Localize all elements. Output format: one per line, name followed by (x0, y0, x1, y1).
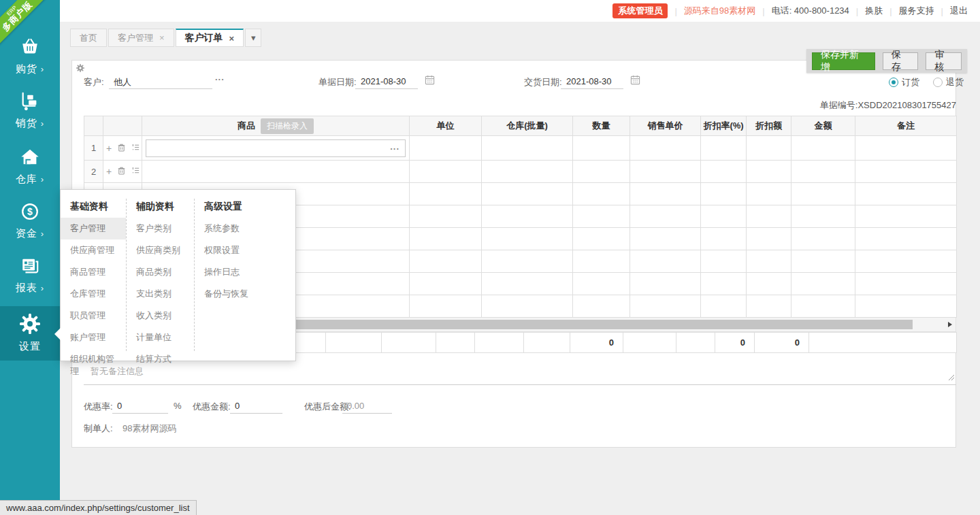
order-number: 单据编号:XSDD202108301755427 (749, 99, 956, 112)
order-date-field[interactable]: 2021-08-30 (361, 76, 406, 86)
delivery-date-field[interactable]: 2021-08-30 (566, 76, 612, 86)
skin-link[interactable]: 换肤 (865, 5, 883, 17)
cart-icon (0, 91, 60, 112)
sidebar-item-label: 报表 (16, 282, 37, 293)
header-separator: | (674, 6, 676, 16)
col-unit-price: 销售单价 (630, 116, 701, 136)
add-row-icon[interactable]: + (106, 166, 112, 177)
menu-item[interactable]: 客户类别 (127, 218, 194, 239)
menu-column-title: 高级设置 (195, 199, 295, 218)
discount-amount-field[interactable]: 0 (235, 401, 240, 411)
product-cell[interactable]: ... (142, 136, 410, 161)
product-picker-ellipsis[interactable]: ... (390, 142, 399, 152)
delivery-date-underline (561, 88, 623, 89)
customer-label: 客户: (84, 76, 104, 88)
source-link[interactable]: 源码来自98素材网 (684, 5, 755, 17)
sidebar-item-sales[interactable]: 销货› (0, 91, 60, 130)
status-bar: www.aaa.com/index.php/settings/customer_… (0, 500, 197, 515)
save-and-new-button[interactable]: 保存并新增 (812, 52, 875, 70)
action-toolbar: 保存并新增 保存 审核 (806, 49, 967, 73)
batch-add-icon[interactable] (131, 143, 140, 154)
menu-item[interactable]: 支出类别 (127, 283, 194, 305)
total-discount-amount: 0 (715, 333, 755, 353)
menu-item[interactable]: 系统参数 (195, 218, 295, 239)
warehouse-icon (0, 147, 60, 167)
remarks-textarea[interactable]: 暂无备注信息 (84, 361, 956, 385)
product-cell[interactable] (142, 161, 410, 183)
batch-add-icon[interactable] (131, 166, 140, 177)
order-date-underline (355, 88, 418, 89)
radio-unselected-icon (933, 78, 943, 87)
close-icon[interactable]: × (229, 33, 235, 44)
sidebar-item-settings[interactable]: 设置 (0, 306, 60, 361)
tab-list-dropdown[interactable]: ▾ (245, 29, 261, 47)
col-discount-rate: 折扣率(%) (701, 116, 747, 136)
panel-settings-gear-icon[interactable] (76, 64, 84, 74)
order-date-label: 单据日期: (318, 76, 357, 88)
col-amount: 金额 (791, 116, 855, 136)
save-button[interactable]: 保存 (883, 52, 919, 70)
add-row-icon[interactable]: + (106, 143, 112, 154)
menu-item[interactable]: 备份与恢复 (195, 283, 295, 305)
menu-column: 辅助资料客户类别供应商类别商品类别支出类别收入类别计量单位结算方式 (127, 199, 195, 351)
sidebar: 购货› 销货› 仓库› $ 资金› 报表› (0, 0, 60, 515)
logout-link[interactable]: 退出 (950, 5, 968, 17)
sidebar-item-purchase[interactable]: 购货› (0, 37, 60, 76)
sidebar-item-funds[interactable]: $ 资金› (0, 201, 60, 240)
tab-customer-mgmt[interactable]: 客户管理 × (108, 29, 174, 47)
close-icon[interactable]: × (159, 33, 165, 43)
menu-item[interactable]: 组织机构管理 (61, 348, 126, 382)
tab-home[interactable]: 首页 (70, 29, 107, 47)
scan-gun-button[interactable]: 扫描枪录入 (261, 118, 314, 134)
menu-item[interactable]: 账户管理 (61, 327, 126, 348)
menu-item[interactable]: 收入类别 (127, 305, 194, 327)
menu-item[interactable]: 权限设置 (195, 239, 295, 261)
menu-item[interactable]: 仓库管理 (61, 283, 126, 305)
sidebar-item-reports[interactable]: 报表› (0, 256, 60, 295)
menu-item[interactable]: 操作日志 (195, 261, 295, 283)
radio-return-label: 退货 (946, 76, 964, 88)
menu-item[interactable]: 供应商类别 (127, 239, 194, 261)
chevron-right-icon: › (41, 283, 44, 293)
menu-item[interactable]: 客户管理 (61, 218, 126, 239)
table-row: 2+ (84, 161, 957, 183)
col-qty: 数量 (573, 116, 630, 136)
menu-item[interactable]: 计量单位 (127, 327, 194, 348)
maker-value: 98素材网源码 (122, 422, 176, 435)
discount-rate-field[interactable]: 0 (117, 401, 122, 411)
radio-selected-icon (889, 78, 898, 87)
scroll-right-icon[interactable] (948, 322, 952, 327)
menu-item[interactable]: 商品管理 (61, 261, 126, 283)
chevron-right-icon: › (41, 174, 44, 184)
delivery-date-label: 交货日期: (524, 76, 562, 88)
row-actions: + (103, 161, 142, 183)
sidebar-item-label: 仓库 (16, 173, 37, 184)
report-icon (0, 256, 60, 276)
col-unit: 单位 (410, 116, 482, 136)
radio-order[interactable]: 订货 (889, 76, 919, 88)
customer-picker-ellipsis[interactable]: ... (215, 72, 225, 82)
calendar-icon[interactable] (630, 75, 640, 87)
menu-item[interactable]: 供应商管理 (61, 239, 126, 261)
menu-item[interactable]: 结算方式 (127, 348, 194, 370)
support-link[interactable]: 服务支持 (899, 5, 934, 17)
menu-column-title: 辅助资料 (127, 199, 194, 218)
chevron-right-icon: › (41, 64, 44, 74)
customer-field[interactable]: 他人 (114, 76, 131, 88)
radio-return[interactable]: 退货 (933, 76, 964, 88)
audit-button[interactable]: 审核 (926, 52, 962, 70)
calendar-icon[interactable] (425, 75, 435, 87)
delete-row-icon[interactable] (117, 166, 126, 177)
sidebar-item-label: 销货 (16, 117, 37, 129)
delete-row-icon[interactable] (117, 143, 126, 154)
product-input[interactable]: ... (146, 139, 406, 157)
status-url: www.aaa.com/index.php/settings/customer_… (6, 503, 190, 513)
discount-rate-label: 优惠率: (84, 401, 113, 413)
row-actions: + (103, 136, 142, 161)
menu-item[interactable]: 职员管理 (61, 305, 126, 327)
sidebar-item-warehouse[interactable]: 仓库› (0, 147, 60, 186)
table-header-row: 商品扫描枪录入 单位 仓库(批量) 数量 销售单价 折扣率(%) 折扣额 金额 … (84, 116, 957, 136)
resize-handle-icon[interactable] (947, 373, 955, 383)
tab-customer-order[interactable]: 客户订单 × (176, 29, 244, 47)
menu-item[interactable]: 商品类别 (127, 261, 194, 283)
